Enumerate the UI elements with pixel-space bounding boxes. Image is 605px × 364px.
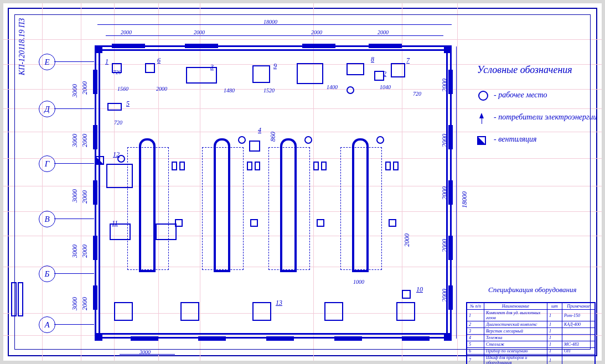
equip-block — [156, 223, 177, 240]
leader-1: 1 — [105, 58, 108, 66]
dim: 2000 — [156, 86, 167, 92]
dim: 720 — [113, 69, 121, 75]
legend-item-label: - потребители электроэнергии — [494, 113, 597, 122]
dim: 2000 — [378, 29, 389, 35]
leader-8: 8 — [371, 55, 374, 64]
equip-4 — [249, 141, 260, 152]
leader-7: 7 — [406, 56, 410, 65]
circle-icon — [478, 91, 488, 101]
spec-title: Спецификация оборудования — [488, 285, 577, 294]
dim: 1000 — [353, 279, 364, 285]
dimline — [97, 24, 452, 25]
axis-G: Г — [39, 155, 55, 172]
dim: 860 — [269, 132, 277, 142]
dim: 1400 — [327, 84, 338, 90]
top-opening — [185, 44, 218, 48]
table-row: 5Стеллаж1МС-483 — [467, 341, 595, 348]
leader-9: 9 — [273, 62, 277, 70]
table-row: 6Прибор по освещению1ОП — [467, 348, 595, 355]
top-opening — [369, 44, 402, 48]
floor-pad — [396, 302, 415, 321]
spec-table: № п/п Наименование шт Примечание 1Компле… — [466, 302, 596, 364]
dim: 720 — [114, 119, 122, 126]
leader-10: 10 — [416, 285, 423, 294]
dim: 2000 — [81, 81, 89, 95]
vent-icon — [477, 136, 486, 145]
dim: 3000 — [71, 84, 79, 97]
equip-7 — [391, 63, 405, 77]
top-opening — [112, 44, 145, 48]
workplace-marker — [117, 155, 125, 163]
table-row: 1Комплект для уд. выхлопных газов1Рот-15… — [467, 310, 595, 321]
dim: 3000 — [71, 189, 79, 202]
arrow-icon — [479, 113, 484, 118]
workplace-marker — [347, 86, 354, 94]
dim: 2000 — [194, 29, 205, 35]
building-inner — [99, 49, 448, 335]
equip-6 — [145, 63, 155, 73]
dimline — [106, 35, 443, 36]
floor-pad — [114, 302, 133, 321]
leader-6: 6 — [157, 56, 161, 65]
vent-marker — [95, 156, 104, 165]
axis-D: Д — [39, 101, 55, 117]
table-row: 3Верстак слесарный1 — [467, 328, 595, 335]
table-row: 4Тележка1 — [467, 335, 595, 341]
car-outline — [340, 147, 382, 270]
doc-code: КП-120118.19 ПЗ — [18, 18, 27, 75]
leader-4: 4 — [258, 126, 261, 134]
top-opening — [302, 44, 335, 48]
car-outline — [202, 147, 244, 270]
dim: 1520 — [263, 87, 275, 93]
floor-pad — [252, 302, 271, 321]
dim: 720 — [413, 91, 421, 97]
dim: 2000 — [441, 239, 449, 252]
dim: 2000 — [81, 190, 89, 204]
dim: 2000 — [441, 134, 449, 147]
dim-overall-w: 18000 — [263, 19, 277, 25]
equip-9 — [252, 65, 270, 83]
dim: 2000 — [121, 29, 132, 35]
axis-A: А — [39, 316, 55, 333]
dim: 3000 — [71, 134, 79, 147]
dim: 3000 — [71, 297, 79, 310]
leader-13: 13 — [276, 299, 282, 307]
equip-8 — [347, 63, 364, 75]
service-bay — [280, 146, 297, 272]
dim: 2000 — [81, 245, 89, 258]
table-row: 2Диагностический комплекс1КАД-400 — [467, 321, 595, 328]
equip-12 — [106, 164, 133, 188]
dimline — [456, 46, 457, 339]
dim: 2000 — [441, 186, 449, 200]
car-outline — [268, 147, 310, 270]
legend-item-label: - рабочее место — [494, 91, 547, 100]
axis-E: Е — [39, 54, 55, 70]
equip-5 — [107, 103, 122, 111]
dim: 1040 — [380, 84, 391, 90]
dim: 2000 — [403, 233, 411, 247]
dim: 1480 — [224, 87, 235, 93]
dim: 2000 — [81, 297, 89, 310]
dim: 2000 — [81, 134, 89, 147]
leader-3: 3 — [210, 63, 214, 71]
drawing-frame: КП-120118.19 ПЗ 18000 2000 2000 2000 200… — [3, 3, 602, 361]
dim: 1560 — [117, 86, 128, 92]
floor-pad — [180, 302, 199, 321]
floor-pad — [324, 302, 343, 321]
axis-B: Б — [39, 266, 55, 282]
legend-title: Условные обозначения — [477, 64, 572, 76]
dim: 3000 — [71, 245, 79, 258]
equip-2 — [374, 71, 384, 81]
dim-overall-h: 18000 — [461, 191, 469, 208]
equip-10 — [402, 290, 411, 299]
building-outer — [95, 45, 452, 339]
leader-5: 5 — [126, 100, 130, 108]
car-outline — [127, 147, 169, 270]
table-row: 7Шкаф для приборов и оборудования1 — [467, 355, 595, 365]
service-bay — [352, 146, 369, 272]
equip-3 — [186, 67, 217, 84]
leader-11: 11 — [112, 219, 118, 227]
service-bay — [214, 146, 230, 272]
equip-1 — [112, 63, 122, 73]
leader-2: 2 — [383, 70, 386, 78]
